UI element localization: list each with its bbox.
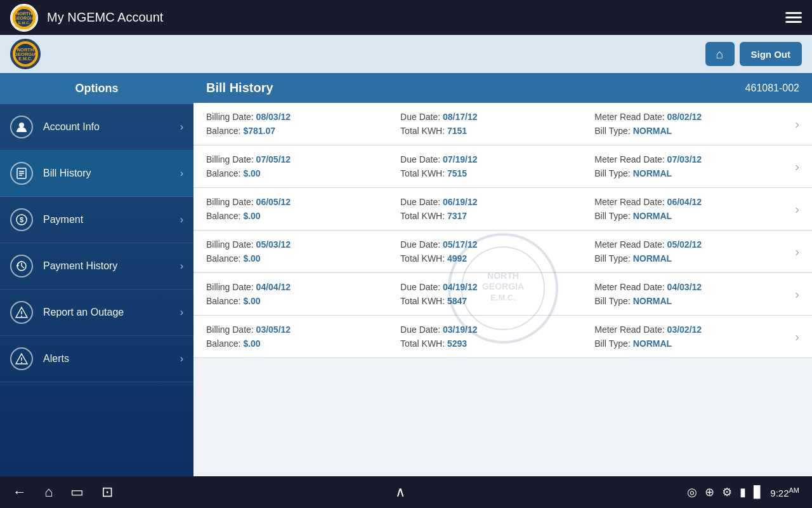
payment-icon: $ [10, 208, 33, 231]
header-area: NORTH GEORGIA E.M.C. ⌂ Sign Out [0, 35, 812, 73]
hamburger-menu[interactable] [785, 12, 802, 23]
bill-history-icon [10, 162, 33, 185]
sidebar-item-report-outage[interactable]: Report an Outage › [0, 290, 193, 336]
svg-point-21 [21, 316, 22, 317]
svg-text:GEORGIA: GEORGIA [13, 16, 34, 20]
bill-arrow-icon: › [795, 287, 799, 302]
account-info-icon [10, 116, 33, 138]
bill-item[interactable]: Billing Date: 07/05/12 Due Date: 07/19/1… [193, 145, 812, 188]
sidebar-label-payment-history: Payment History [43, 260, 180, 272]
sidebar: Options Account Info › Bill History [0, 73, 193, 476]
location-icon: ◎ [687, 485, 697, 499]
sidebar-item-payment[interactable]: $ Payment › [0, 197, 193, 243]
report-outage-icon [10, 301, 33, 324]
content-area: Bill History 461081-002 NORTH GEORGIA E.… [193, 73, 812, 476]
bottom-center: ∧ [113, 484, 687, 500]
sidebar-item-alerts[interactable]: Alerts › [0, 336, 193, 382]
android-icon: ⊕ [705, 485, 714, 499]
bill-arrow-icon: › [795, 202, 799, 217]
bill-item[interactable]: Billing Date: 03/05/12 Due Date: 03/19/1… [193, 316, 812, 358]
arrow-icon-alerts: › [180, 353, 183, 364]
bottom-bar: ← ⌂ ▭ ⊡ ∧ ◎ ⊕ ⚙ ▮ ▊ 9:22AM [0, 476, 812, 508]
arrow-icon-payment: › [180, 214, 183, 225]
sidebar-label-account-info: Account Info [43, 121, 180, 133]
bill-item[interactable]: Billing Date: 06/05/12 Due Date: 06/19/1… [193, 188, 812, 231]
svg-text:E.M.C.: E.M.C. [18, 21, 30, 25]
time-display: 9:22AM [770, 486, 799, 498]
bill-item[interactable]: Billing Date: 04/04/12 Due Date: 04/19/1… [193, 273, 812, 316]
battery-icon: ▮ [740, 485, 746, 499]
signal-icon: ▊ [754, 485, 763, 499]
top-bar-logo: NORTH GEORGIA E.M.C. [10, 4, 38, 32]
screenshot-icon[interactable]: ⊡ [102, 484, 113, 500]
bill-arrow-icon: › [795, 117, 799, 131]
bottom-nav-left: ← ⌂ ▭ ⊡ [13, 484, 113, 500]
sidebar-label-payment: Payment [43, 214, 180, 225]
svg-text:$: $ [20, 216, 23, 224]
bill-arrow-icon: › [795, 330, 799, 344]
sidebar-item-payment-history[interactable]: Payment History › [0, 243, 193, 290]
content-title: Bill History [206, 81, 273, 95]
arrow-icon-account-info: › [180, 121, 183, 133]
usb-icon: ⚙ [722, 485, 732, 499]
header-buttons: ⌂ Sign Out [705, 42, 802, 66]
header-logo: NORTH GEORGIA E.M.C. [10, 39, 41, 69]
main-layout: Options Account Info › Bill History [0, 73, 812, 476]
chevron-up-icon[interactable]: ∧ [395, 484, 405, 500]
home-nav-icon[interactable]: ⌂ [44, 484, 53, 500]
account-number: 461081-002 [745, 83, 799, 94]
arrow-icon-payment-history: › [180, 260, 183, 272]
sidebar-label-report-outage: Report an Outage [43, 307, 180, 318]
home-button[interactable]: ⌂ [705, 42, 735, 66]
bill-item[interactable]: Billing Date: 05/03/12 Due Date: 05/17/1… [193, 231, 812, 273]
back-icon[interactable]: ← [13, 484, 27, 500]
alerts-icon [10, 347, 33, 370]
payment-history-icon [10, 255, 33, 277]
svg-text:E.M.C.: E.M.C. [18, 57, 32, 61]
bill-arrow-icon: › [795, 159, 799, 174]
sidebar-label-bill-history: Bill History [43, 168, 180, 179]
signout-button[interactable]: Sign Out [740, 42, 802, 66]
top-bar: NORTH GEORGIA E.M.C. My NGEMC Account [0, 0, 812, 35]
app-title: My NGEMC Account [47, 10, 163, 25]
bottom-nav-right: ◎ ⊕ ⚙ ▮ ▊ 9:22AM [687, 485, 799, 499]
bill-item[interactable]: Billing Date: 08/03/12 Due Date: 08/17/1… [193, 103, 812, 145]
recent-apps-icon[interactable]: ▭ [70, 484, 84, 500]
sidebar-header: Options [0, 73, 193, 104]
content-header: Bill History 461081-002 [193, 73, 812, 103]
bill-arrow-icon: › [795, 244, 799, 259]
bill-list: NORTH GEORGIA E.M.C. Billing Date: 08/03… [193, 103, 812, 476]
arrow-icon-report-outage: › [180, 307, 183, 318]
sidebar-item-account-info[interactable]: Account Info › [0, 104, 193, 150]
svg-point-10 [19, 123, 24, 128]
sidebar-label-alerts: Alerts [43, 353, 180, 364]
arrow-icon-bill-history: › [180, 168, 183, 179]
svg-point-24 [21, 362, 22, 363]
svg-text:NORTH: NORTH [16, 11, 32, 16]
sidebar-item-bill-history[interactable]: Bill History › [0, 150, 193, 197]
